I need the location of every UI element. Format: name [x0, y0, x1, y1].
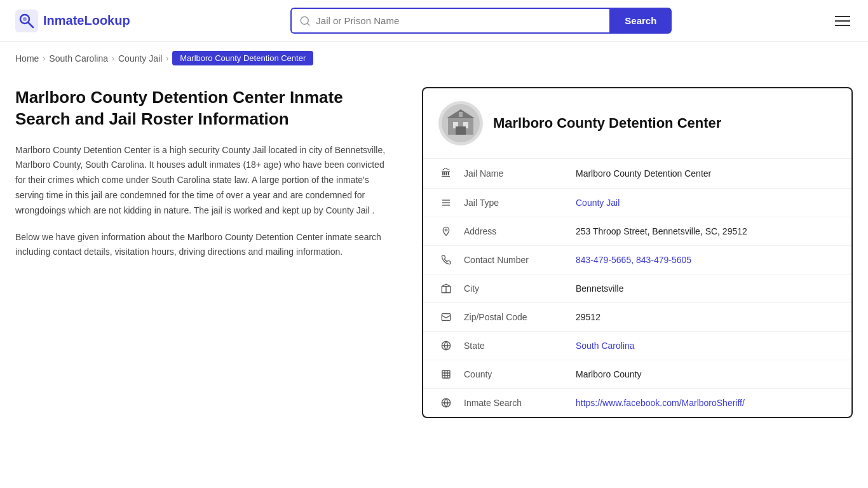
county-icon: [438, 369, 454, 379]
row-value: Marlboro County Detention Center: [576, 168, 836, 179]
row-label: Address: [464, 226, 566, 236]
jail-type-link[interactable]: County Jail: [576, 198, 620, 208]
search-button[interactable]: Search: [609, 8, 672, 34]
breadcrumb: Home › South Carolina › County Jail › Ma…: [0, 42, 868, 74]
contact-number-link[interactable]: 843-479-5665, 843-479-5605: [576, 255, 691, 265]
breadcrumb-separator: ›: [166, 54, 168, 63]
left-panel: Marlboro County Detention Center Inmate …: [15, 87, 422, 418]
logo-icon: [15, 10, 38, 32]
row-label: State: [464, 341, 566, 351]
row-label: Jail Name: [464, 168, 566, 179]
hamburger-menu-button[interactable]: [832, 13, 853, 29]
row-value: Bennetsville: [576, 283, 836, 294]
row-value: Marlboro County: [576, 369, 836, 379]
svg-rect-0: [15, 10, 38, 32]
table-row: State South Carolina: [423, 332, 851, 360]
table-row: Address 253 Throop Street, Bennetsville,…: [423, 217, 851, 246]
row-value: 29512: [576, 312, 836, 322]
page-title: Marlboro County Detention Center Inmate …: [15, 87, 397, 130]
search-input[interactable]: [316, 9, 602, 32]
svg-point-3: [23, 17, 27, 21]
breadcrumb-jail-type[interactable]: County Jail: [118, 53, 162, 64]
table-row: County Marlboro County: [423, 360, 851, 389]
search-icon: [299, 15, 311, 27]
facility-image: [438, 101, 483, 146]
row-label: Zip/Postal Code: [464, 312, 566, 322]
svg-rect-22: [442, 370, 450, 378]
svg-rect-12: [459, 112, 463, 117]
page-description-1: Marlboro County Detention Center is a hi…: [15, 143, 397, 219]
svg-rect-10: [456, 126, 466, 135]
table-row: 🏛 Jail Name Marlboro County Detention Ce…: [423, 159, 851, 189]
row-value: County Jail: [576, 198, 836, 208]
zip-icon: [438, 312, 454, 322]
breadcrumb-current: Marlboro County Detention Center: [172, 51, 313, 65]
info-table: 🏛 Jail Name Marlboro County Detention Ce…: [423, 159, 851, 417]
jail-icon: 🏛: [438, 168, 454, 179]
state-icon: [438, 341, 454, 351]
svg-point-16: [445, 229, 447, 231]
info-card-header: Marlboro County Detention Center: [423, 88, 851, 159]
breadcrumb-separator: ›: [112, 54, 114, 63]
row-value: 253 Throop Street, Bennetsville, SC, 295…: [576, 226, 836, 236]
main-content: Marlboro County Detention Center Inmate …: [0, 74, 868, 444]
table-row: Inmate Search https://www.facebook.com/M…: [423, 389, 851, 417]
list-icon: [438, 198, 454, 208]
hamburger-line: [835, 25, 850, 26]
info-card: Marlboro County Detention Center 🏛 Jail …: [422, 87, 853, 418]
address-icon: [438, 226, 454, 236]
city-icon: [438, 283, 454, 294]
table-row: Contact Number 843-479-5665, 843-479-560…: [423, 246, 851, 274]
right-panel: Marlboro County Detention Center 🏛 Jail …: [422, 87, 853, 418]
row-value: https://www.facebook.com/MarlboroSheriff…: [576, 398, 836, 408]
table-row: Jail Type County Jail: [423, 189, 851, 217]
row-value: 843-479-5665, 843-479-5605: [576, 255, 836, 265]
state-link[interactable]: South Carolina: [576, 341, 635, 351]
svg-rect-19: [442, 314, 450, 321]
hamburger-line: [835, 16, 850, 17]
search-input-wrapper: [290, 8, 609, 34]
logo[interactable]: InmateLookup: [15, 10, 130, 32]
breadcrumb-state[interactable]: South Carolina: [49, 53, 108, 64]
row-label: Inmate Search: [464, 398, 566, 408]
search-area: Search: [290, 8, 672, 34]
row-label: County: [464, 369, 566, 379]
facility-building-icon: [442, 104, 480, 142]
logo-text: InmateLookup: [43, 13, 130, 28]
hamburger-line: [835, 20, 850, 22]
row-label: Jail Type: [464, 198, 566, 208]
row-label: Contact Number: [464, 255, 566, 265]
page-description-2: Below we have given information about th…: [15, 230, 397, 261]
table-row: Zip/Postal Code 29512: [423, 303, 851, 332]
inmate-search-icon: [438, 398, 454, 408]
phone-icon: [438, 255, 454, 265]
svg-line-5: [308, 23, 309, 25]
site-header: InmateLookup Search: [0, 0, 868, 42]
row-value: South Carolina: [576, 341, 836, 351]
breadcrumb-home[interactable]: Home: [15, 53, 39, 64]
table-row: City Bennetsville: [423, 274, 851, 303]
row-label: City: [464, 283, 566, 294]
inmate-search-link[interactable]: https://www.facebook.com/MarlboroSheriff…: [576, 398, 745, 408]
breadcrumb-separator: ›: [43, 54, 45, 63]
facility-name-heading: Marlboro County Detention Center: [493, 115, 721, 132]
